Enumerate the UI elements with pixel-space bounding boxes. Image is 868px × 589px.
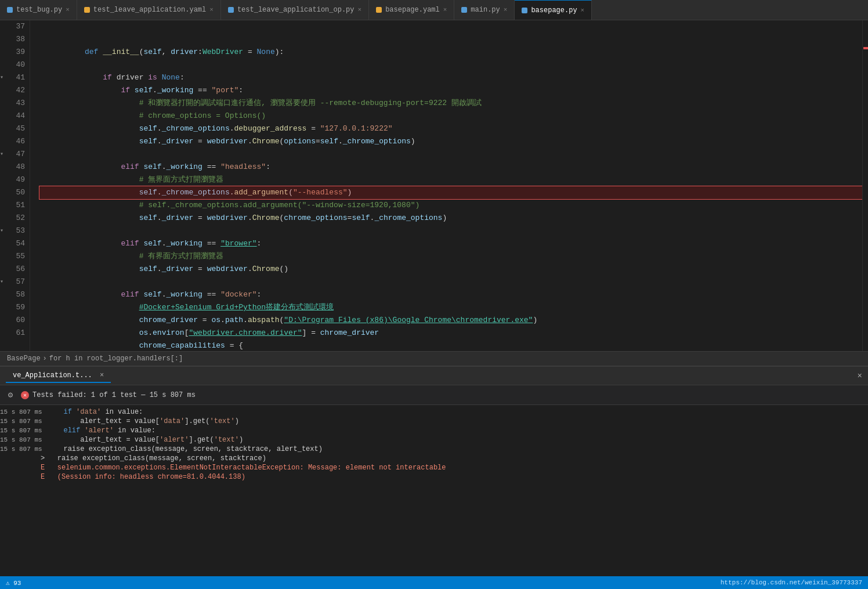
- code-line-51: self._driver = webdriver.Chrome(chrome_o…: [39, 199, 862, 212]
- close-icon[interactable]: ×: [504, 6, 508, 13]
- tab-label: basepage.py: [531, 6, 577, 15]
- test-panel-header: ve_Application.t... × ×: [0, 367, 868, 385]
- code-line-59: chrome_driver = os.path.abspath("D:\Prog…: [39, 301, 862, 314]
- scrollbar-area: [862, 20, 868, 351]
- line-numbers: 37 38 39 40 41 ▾ 42 43 44 45 46 47 ▾ 48 …: [0, 20, 30, 351]
- test-content: elif 'alert' in value:: [47, 427, 868, 435]
- status-bar: ⚠ 93 https://blog.csdn.net/weixin_397733…: [0, 576, 868, 589]
- test-status-text: Tests failed: 1 of 1 test — 15 s 807 ms: [32, 391, 196, 399]
- settings-button[interactable]: ⚙: [5, 389, 16, 401]
- breadcrumb-method: for h in root_logger.handlers[:]: [49, 355, 183, 363]
- status-url: https://blog.csdn.net/weixin_39773337: [721, 579, 862, 586]
- test-content-error: E (Session info: headless chrome=81.0.40…: [41, 473, 868, 481]
- test-output-line: 15 s 807 ms alert_text = value['alert'].…: [0, 435, 868, 445]
- test-content: if 'data' in value:: [47, 408, 868, 416]
- file-icon: [7, 7, 13, 13]
- code-line-48: # 無界面方式打開瀏覽器: [39, 161, 862, 174]
- test-tab-label: ve_Application.t...: [13, 371, 92, 380]
- test-output-line: E (Session info: headless chrome=81.0.40…: [0, 472, 868, 482]
- test-output-line: E selenium.common.exceptions.ElementNotI…: [0, 463, 868, 472]
- test-time: 15 s 807 ms: [0, 427, 47, 434]
- code-content[interactable]: def __init__(self, driver:WebDriver = No…: [30, 20, 862, 351]
- test-output-line: 15 s 807 ms raise exception_class(messag…: [0, 445, 868, 454]
- test-content: alert_text = value['alert'].get('text'): [47, 436, 868, 444]
- code-editor: 37 38 39 40 41 ▾ 42 43 44 45 46 47 ▾ 48 …: [0, 20, 868, 351]
- status-right: https://blog.csdn.net/weixin_39773337: [721, 579, 862, 586]
- file-icon: [228, 7, 234, 13]
- test-output[interactable]: 15 s 807 ms if 'data' in value: 15 s 807…: [0, 405, 868, 585]
- test-time: 15 s 807 ms: [0, 446, 47, 453]
- tab-test-bug[interactable]: test_bug.py ×: [0, 0, 77, 20]
- breadcrumb-separator: ›: [43, 355, 47, 363]
- close-icon[interactable]: ×: [209, 6, 214, 13]
- test-tab-active[interactable]: ve_Application.t... ×: [6, 369, 111, 383]
- test-status-badge: ✕ Tests failed: 1 of 1 test — 15 s 807 m…: [21, 391, 196, 399]
- code-line-41: if self._working == "port":: [39, 71, 862, 84]
- code-line-55: self._driver = webdriver.Chrome(): [39, 250, 862, 263]
- tab-basepage-yaml[interactable]: basepage.yaml ×: [369, 0, 454, 20]
- code-line-37: [39, 20, 862, 33]
- test-content: > raise exception_class(message, screen,…: [41, 454, 868, 462]
- test-panel: ve_Application.t... × × ⚙ ✕ Tests failed…: [0, 366, 868, 589]
- code-line-50: # self._chrome_options.add_argument("--w…: [39, 186, 862, 199]
- panel-close-button[interactable]: ×: [858, 371, 862, 381]
- tab-label: test_leave_application.yaml: [93, 6, 206, 14]
- code-line-45: self._driver = webdriver.Chrome(options=…: [39, 122, 862, 135]
- git-branch: ⚠ 93: [6, 579, 21, 587]
- code-line-57: elif self._working == "docker":: [39, 276, 862, 288]
- code-line-40: if driver is None:: [39, 59, 862, 71]
- tab-main[interactable]: main.py ×: [454, 0, 515, 20]
- file-icon: [522, 8, 527, 13]
- test-output-line: 15 s 807 ms elif 'alert' in value:: [0, 426, 868, 435]
- fail-icon: ✕: [21, 391, 29, 399]
- file-icon: [376, 7, 382, 13]
- fold-arrow[interactable]: ▾: [0, 225, 3, 237]
- code-line-47: elif self._working == "headless":: [39, 148, 862, 161]
- test-output-line: 15 s 807 ms if 'data' in value:: [0, 407, 868, 417]
- code-line-46: [39, 135, 862, 148]
- code-line-53: elif self._working == "brower":: [39, 225, 862, 237]
- file-icon: [84, 7, 90, 13]
- code-line-44: self._chrome_options.debugger_address = …: [39, 110, 862, 122]
- status-left: ⚠ 93: [6, 579, 21, 587]
- fold-arrow[interactable]: ▾: [0, 71, 3, 84]
- close-icon[interactable]: ×: [581, 7, 585, 14]
- tab-test-leave-op[interactable]: test_leave_application_op.py ×: [221, 0, 369, 20]
- close-icon[interactable]: ×: [358, 6, 362, 13]
- tab-basepage[interactable]: basepage.py ×: [515, 0, 592, 20]
- code-line-61: chrome_capabilities = {: [39, 327, 862, 339]
- code-line-42: # 和瀏覽器打開的調試端口進行通信, 瀏覽器要使用 --remote-debug…: [39, 84, 862, 97]
- test-time: 15 s 807 ms: [0, 418, 47, 425]
- error-marker: [863, 47, 868, 49]
- code-line-60: os.environ["webdriver.chrome.driver"] = …: [39, 314, 862, 327]
- test-toolbar: ⚙ ✕ Tests failed: 1 of 1 test — 15 s 807…: [0, 385, 868, 405]
- close-icon[interactable]: ×: [66, 6, 70, 13]
- test-time: 15 s 807 ms: [0, 436, 47, 443]
- test-time: 15 s 807 ms: [0, 409, 47, 415]
- code-line-54: # 有界面方式打開瀏覽器: [39, 237, 862, 250]
- code-line-52: [39, 212, 862, 225]
- test-tab-close[interactable]: ×: [100, 371, 104, 380]
- code-line-56: [39, 263, 862, 276]
- tab-label: test_leave_application_op.py: [237, 6, 355, 14]
- fold-arrow[interactable]: ▾: [0, 148, 3, 161]
- test-content-error: E selenium.common.exceptions.ElementNotI…: [41, 464, 868, 472]
- breadcrumb-bar: BasePage › for h in root_logger.handlers…: [0, 351, 868, 366]
- file-icon: [461, 7, 467, 13]
- tab-label: test_bug.py: [16, 6, 62, 14]
- test-output-line: 15 s 807 ms alert_text = value['data'].g…: [0, 417, 868, 426]
- tab-test-leave-yaml[interactable]: test_leave_application.yaml ×: [77, 0, 221, 20]
- tab-label: main.py: [471, 6, 500, 14]
- close-icon[interactable]: ×: [443, 6, 447, 13]
- breadcrumb-class: BasePage: [7, 355, 41, 363]
- test-content: raise exception_class(message, screen, s…: [47, 445, 868, 453]
- code-line-43: # chrome_options = Options(): [39, 97, 862, 110]
- tab-label: basepage.yaml: [385, 6, 440, 14]
- tab-bar: test_bug.py × test_leave_application.yam…: [0, 0, 868, 20]
- test-output-line: > raise exception_class(message, screen,…: [0, 454, 868, 463]
- code-line-58: #Docker+Selenium Grid+Python搭建分布式測試環境: [39, 288, 862, 301]
- code-line-49: self._chrome_options.add_argument("--hea…: [39, 174, 862, 186]
- code-line-39: [39, 46, 862, 59]
- fold-arrow[interactable]: ▾: [0, 276, 3, 288]
- test-content: alert_text = value['data'].get('text'): [47, 417, 868, 425]
